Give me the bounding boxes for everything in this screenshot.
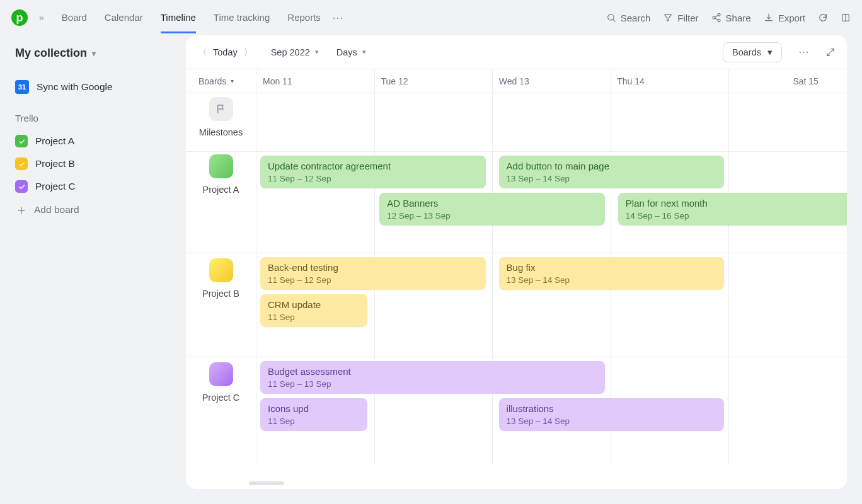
- lane-label: Project C: [202, 392, 240, 403]
- collection-dropdown[interactable]: My collection ▾: [15, 47, 172, 60]
- chevron-down-icon: ▾: [92, 49, 96, 58]
- filter-button[interactable]: Filter: [663, 13, 698, 23]
- task-title: CRM update: [268, 299, 360, 310]
- export-icon: [764, 13, 774, 23]
- granularity-label: Days: [336, 47, 357, 57]
- nav-tab-time-tracking[interactable]: Time tracking: [214, 2, 270, 33]
- export-button[interactable]: Export: [764, 13, 805, 23]
- project-icon: [209, 362, 233, 386]
- task-dates: 11 Sep: [268, 416, 360, 426]
- plus-icon: ＋: [15, 204, 26, 215]
- toolbar-more-icon[interactable]: ⋯: [795, 43, 813, 61]
- boards-dropdown[interactable]: Boards ▾: [723, 42, 782, 62]
- project-icon: [209, 154, 233, 178]
- next-period-button[interactable]: 〉: [243, 44, 253, 60]
- search-button[interactable]: Search: [606, 13, 651, 23]
- task-title: Plan for next month: [626, 198, 847, 209]
- task-title: Budget assessment: [268, 366, 597, 377]
- day-header: Thu 14: [617, 76, 645, 86]
- sidebar-project-project-c[interactable]: Project C: [15, 175, 172, 198]
- expand-icon[interactable]: [825, 47, 836, 57]
- boards-pill-label: Boards: [732, 47, 761, 57]
- task-card[interactable]: Icons upd11 Sep: [260, 398, 367, 431]
- svg-point-2: [713, 16, 715, 19]
- add-board-button[interactable]: ＋ Add board: [15, 198, 172, 222]
- day-header: Wed 13: [499, 76, 529, 86]
- task-dates: 11 Sep – 12 Sep: [268, 174, 478, 183]
- refresh-icon: [818, 13, 828, 23]
- task-card[interactable]: Plan for next month14 Sep – 16 Sep: [618, 193, 847, 226]
- checkbox-icon: [15, 158, 28, 170]
- milestones-icon: [209, 97, 233, 121]
- sidebar-project-project-a[interactable]: Project A: [15, 130, 172, 152]
- task-dates: 14 Sep – 16 Sep: [626, 211, 847, 220]
- lane-label: Project B: [202, 289, 239, 299]
- task-title: Bug fix: [507, 262, 717, 273]
- nav-tab-calendar[interactable]: Calendar: [105, 2, 143, 33]
- task-card[interactable]: illustrations13 Sep – 14 Sep: [499, 398, 725, 431]
- task-dates: 11 Sep – 12 Sep: [268, 275, 478, 285]
- task-card[interactable]: Update contractor agreement11 Sep – 12 S…: [260, 156, 486, 188]
- task-card[interactable]: Add button to main page13 Sep – 14 Sep: [499, 156, 725, 188]
- task-dates: 12 Sep – 13 Sep: [387, 211, 597, 220]
- task-title: Back-end testing: [268, 262, 478, 273]
- rowheader-label: Boards: [198, 76, 226, 86]
- project-label: Project B: [35, 158, 75, 169]
- horizontal-scrollbar[interactable]: [249, 481, 284, 485]
- export-label: Export: [778, 13, 805, 23]
- nav-tab-timeline[interactable]: Timeline: [161, 2, 196, 33]
- task-title: Icons upd: [268, 403, 360, 414]
- today-button[interactable]: Today: [213, 47, 238, 57]
- task-dates: 13 Sep – 14 Sep: [507, 174, 717, 183]
- add-board-label: Add board: [34, 204, 79, 215]
- chevron-down-icon: ▾: [231, 77, 234, 84]
- search-label: Search: [621, 13, 651, 23]
- filter-icon: [663, 13, 673, 23]
- google-calendar-icon: 31: [15, 80, 29, 94]
- task-card[interactable]: AD Banners12 Sep – 13 Sep: [379, 193, 605, 226]
- checkbox-icon: [15, 180, 28, 193]
- project-icon: [209, 258, 233, 282]
- filter-label: Filter: [677, 13, 698, 23]
- share-label: Share: [726, 13, 751, 23]
- nav-more-icon[interactable]: ⋯: [328, 11, 347, 25]
- task-card[interactable]: Back-end testing11 Sep – 12 Sep: [260, 257, 486, 290]
- chevron-down-icon: ▾: [315, 48, 319, 56]
- layout-toggle-button[interactable]: [841, 13, 851, 23]
- sync-google-label: Sync with Google: [37, 81, 113, 93]
- search-icon: [606, 13, 616, 23]
- rowheader-dropdown[interactable]: Boards ▾: [186, 69, 256, 93]
- refresh-button[interactable]: [818, 13, 828, 23]
- lane-label: Project A: [202, 185, 239, 195]
- task-dates: 11 Sep – 13 Sep: [268, 379, 597, 389]
- granularity-dropdown[interactable]: Days ▾: [336, 47, 366, 57]
- share-icon: [711, 13, 721, 23]
- app-logo[interactable]: p: [11, 9, 28, 26]
- task-title: Add button to main page: [507, 161, 717, 171]
- project-label: Project C: [35, 181, 76, 192]
- collection-title: My collection: [15, 47, 87, 60]
- task-dates: 11 Sep: [268, 312, 360, 322]
- prev-period-button[interactable]: 〈: [197, 44, 208, 60]
- task-title: illustrations: [507, 403, 717, 414]
- task-card[interactable]: CRM update11 Sep: [260, 294, 367, 327]
- task-title: AD Banners: [387, 198, 597, 209]
- share-button[interactable]: Share: [711, 13, 751, 23]
- trello-section-label: Trello: [15, 113, 172, 123]
- task-dates: 13 Sep – 14 Sep: [507, 416, 717, 426]
- month-dropdown[interactable]: Sep 2022 ▾: [271, 47, 319, 57]
- month-label: Sep 2022: [271, 47, 310, 57]
- nav-tab-reports[interactable]: Reports: [287, 2, 321, 33]
- task-card[interactable]: Bug fix13 Sep – 14 Sep: [499, 257, 725, 290]
- project-label: Project A: [35, 135, 74, 147]
- sync-google-button[interactable]: 31 Sync with Google: [15, 75, 172, 99]
- nav-tab-board[interactable]: Board: [62, 2, 87, 33]
- milestones-label: Milestones: [199, 127, 243, 137]
- checkbox-icon: [15, 135, 28, 147]
- sidebar-project-project-b[interactable]: Project B: [15, 152, 172, 175]
- task-card[interactable]: Budget assessment11 Sep – 13 Sep: [260, 361, 605, 394]
- chevron-down-icon: ▾: [767, 47, 773, 57]
- collapse-sidebar-icon[interactable]: »: [35, 13, 48, 23]
- svg-point-0: [607, 14, 613, 20]
- task-dates: 13 Sep – 14 Sep: [507, 275, 717, 285]
